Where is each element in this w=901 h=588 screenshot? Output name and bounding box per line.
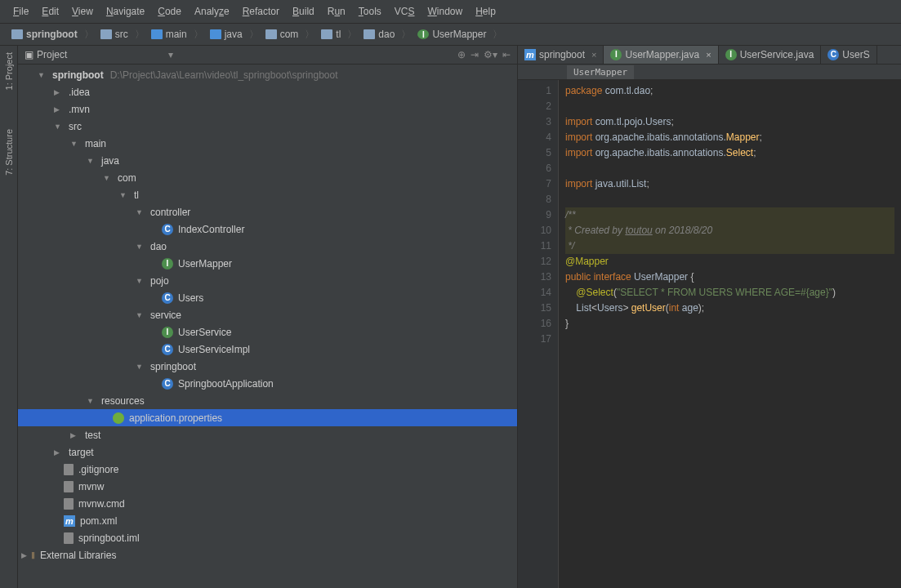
- line-gutter: 1234567891011121314151617: [518, 80, 559, 588]
- tree-item-pojo[interactable]: ▼pojo: [18, 272, 517, 289]
- breadcrumb-com[interactable]: com: [261, 27, 304, 42]
- tree-item-target[interactable]: ▶target: [18, 443, 517, 461]
- menu-code[interactable]: Code: [151, 3, 188, 20]
- menu-run[interactable]: Run: [321, 3, 352, 20]
- hide-icon[interactable]: ⇤: [502, 49, 511, 60]
- tree-item-pom-xml[interactable]: mpom.xml: [18, 512, 517, 529]
- tree-item--mvn[interactable]: ▶.mvn: [18, 100, 517, 118]
- tree-item-src[interactable]: ▼src: [18, 118, 517, 135]
- sidebar-header: ▣ Project ▾ ⊕ ⇥ ⚙▾ ⇤: [18, 46, 517, 65]
- structure-tool-tab[interactable]: 7: Structure: [2, 126, 16, 179]
- menu-help[interactable]: Help: [469, 3, 502, 20]
- tab-close-icon[interactable]: ×: [706, 50, 711, 60]
- tree-item-springboot[interactable]: ▼springboot: [18, 358, 517, 375]
- tab-springboot[interactable]: mspringboot×: [518, 46, 604, 64]
- tab-UserS[interactable]: CUserS: [821, 46, 876, 64]
- tree-item-test[interactable]: ▶test: [18, 426, 517, 443]
- sidebar-title[interactable]: Project: [37, 49, 67, 60]
- tree-item-IndexController[interactable]: CIndexController: [18, 220, 517, 238]
- menu-build[interactable]: Build: [286, 3, 321, 20]
- tree-item--idea[interactable]: ▶.idea: [18, 83, 517, 100]
- tree-item-UserService[interactable]: IUserService: [18, 323, 517, 341]
- tree-item-Users[interactable]: CUsers: [18, 289, 517, 306]
- tab-close-icon[interactable]: ×: [591, 50, 596, 60]
- menu-vcs[interactable]: VCS: [388, 3, 422, 20]
- menu-refactor[interactable]: Refactor: [236, 3, 286, 20]
- menu-edit[interactable]: Edit: [35, 3, 65, 20]
- tab-UserService-java[interactable]: IUserService.java: [719, 46, 822, 64]
- menu-file[interactable]: File: [7, 3, 35, 20]
- collapse-icon[interactable]: ⇥: [471, 49, 479, 60]
- menu-navigate[interactable]: Navigate: [100, 3, 151, 20]
- tree-item-main[interactable]: ▼main: [18, 135, 517, 152]
- dropdown-icon[interactable]: ▾: [168, 49, 173, 60]
- breadcrumb-bar: springboot〉src〉main〉java〉com〉tl〉dao〉IUse…: [0, 24, 901, 46]
- tree-item-SpringbootApplication[interactable]: CSpringbootApplication: [18, 375, 517, 392]
- breadcrumb-springboot[interactable]: springboot: [7, 27, 83, 42]
- tree-item-UserServiceImpl[interactable]: CUserServiceImpl: [18, 341, 517, 358]
- breadcrumb-dao[interactable]: dao: [359, 27, 399, 42]
- tree-item-mvnw-cmd[interactable]: mvnw.cmd: [18, 495, 517, 512]
- menu-view[interactable]: View: [65, 3, 100, 20]
- tree-item--gitignore[interactable]: .gitignore: [18, 461, 517, 478]
- tree-item-controller[interactable]: ▼controller: [18, 203, 517, 220]
- tree-item-java[interactable]: ▼java: [18, 152, 517, 169]
- menu-window[interactable]: Window: [421, 3, 469, 20]
- tree-root[interactable]: ▼springbootD:\Project\Java\Learn\video\t…: [18, 66, 517, 83]
- editor-tabs: mspringboot×IUserMapper.java×IUserServic…: [518, 46, 901, 65]
- editor-crumb-item[interactable]: UserMapper: [567, 65, 634, 79]
- code-editor[interactable]: 1234567891011121314151617 package com.tl…: [518, 80, 901, 588]
- menu-tools[interactable]: Tools: [352, 3, 388, 20]
- tree-item-resources[interactable]: ▼resources: [18, 392, 517, 409]
- editor-area: mspringboot×IUserMapper.java×IUserServic…: [518, 46, 901, 588]
- breadcrumb-src[interactable]: src: [96, 27, 133, 42]
- tree-external-libraries[interactable]: ▶⦀External Libraries: [18, 546, 517, 564]
- tab-UserMapper-java[interactable]: IUserMapper.java×: [604, 46, 718, 64]
- code-content[interactable]: package com.tl.dao;import com.tl.pojo.Us…: [559, 80, 901, 588]
- tree-item-tl[interactable]: ▼tl: [18, 186, 517, 203]
- breadcrumb-java[interactable]: java: [205, 27, 248, 42]
- tree-item-application-properties[interactable]: application.properties: [18, 409, 517, 426]
- project-tool-tab[interactable]: 1: Project: [2, 49, 16, 93]
- project-tree: ▼springbootD:\Project\Java\Learn\video\t…: [18, 65, 517, 588]
- tree-item-UserMapper[interactable]: IUserMapper: [18, 255, 517, 272]
- locate-icon[interactable]: ⊕: [457, 49, 466, 60]
- breadcrumb-main[interactable]: main: [146, 27, 192, 42]
- settings-icon[interactable]: ⚙▾: [484, 49, 497, 60]
- menu-bar: FileEditViewNavigateCodeAnalyzeRefactorB…: [0, 0, 901, 24]
- menu-analyze[interactable]: Analyze: [188, 3, 236, 20]
- tree-item-dao[interactable]: ▼dao: [18, 238, 517, 255]
- tree-item-com[interactable]: ▼com: [18, 169, 517, 186]
- breadcrumb-UserMapper[interactable]: IUserMapper: [413, 27, 491, 42]
- tree-item-springboot-iml[interactable]: springboot.iml: [18, 529, 517, 546]
- left-tool-gutter: 1: Project 7: Structure: [0, 46, 18, 588]
- editor-breadcrumb: UserMapper: [518, 65, 901, 80]
- tree-item-mvnw[interactable]: mvnw: [18, 478, 517, 495]
- breadcrumb-tl[interactable]: tl: [316, 27, 346, 42]
- project-sidebar: ▣ Project ▾ ⊕ ⇥ ⚙▾ ⇤ ▼springbootD:\Proje…: [18, 46, 518, 588]
- tree-item-service[interactable]: ▼service: [18, 306, 517, 323]
- project-view-icon: ▣: [25, 49, 33, 60]
